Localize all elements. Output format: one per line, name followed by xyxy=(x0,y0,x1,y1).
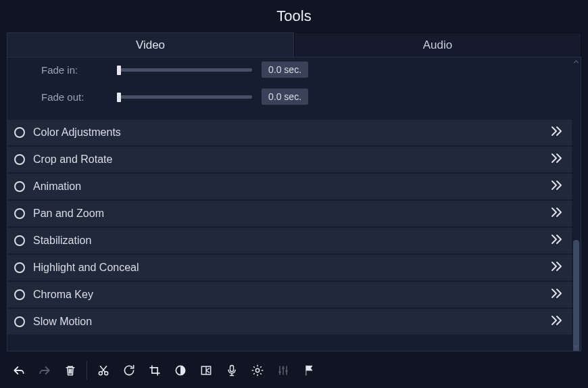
tool-row-crop-and-rotate[interactable]: Crop and Rotate xyxy=(7,147,572,172)
tab-audio-label: Audio xyxy=(423,39,452,52)
scroll-up-button[interactable] xyxy=(572,57,581,66)
undo-button[interactable] xyxy=(7,358,31,383)
scrollbar[interactable] xyxy=(572,57,581,351)
clip-properties-button[interactable] xyxy=(194,358,218,383)
tool-row-pan-and-zoom[interactable]: Pan and Zoom xyxy=(7,201,572,226)
cut-button[interactable] xyxy=(91,358,116,383)
svg-rect-4 xyxy=(230,366,234,372)
tab-video[interactable]: Video xyxy=(7,32,294,57)
svg-point-8 xyxy=(285,370,287,372)
chevron-right-icon xyxy=(550,288,564,301)
tool-row-label: Color Adjustments xyxy=(33,126,550,139)
add-marker-button[interactable] xyxy=(297,358,321,383)
equalizer-button xyxy=(271,358,295,383)
fade-in-value[interactable]: 0.0 sec. xyxy=(262,62,308,78)
settings-button[interactable] xyxy=(245,358,270,383)
slider-thumb[interactable] xyxy=(117,93,121,102)
field-label-fade-out: Fade out: xyxy=(41,91,107,103)
fade-in-slider[interactable] xyxy=(117,64,252,76)
bottom-toolbar xyxy=(7,356,581,385)
svg-point-5 xyxy=(255,368,259,372)
rotate-button[interactable] xyxy=(117,358,141,383)
radio-icon xyxy=(14,154,25,165)
field-label-fade-in: Fade in: xyxy=(41,64,107,76)
tool-row-label: Stabilization xyxy=(33,235,550,247)
radio-icon xyxy=(14,127,25,138)
tool-row-label: Pan and Zoom xyxy=(33,208,550,220)
trash-button[interactable] xyxy=(58,358,82,383)
tool-row-label: Chroma Key xyxy=(33,289,550,301)
svg-point-6 xyxy=(278,371,280,373)
tool-list: Color AdjustmentsCrop and RotateAnimatio… xyxy=(7,120,572,335)
svg-point-7 xyxy=(282,367,284,369)
tool-row-label: Animation xyxy=(33,180,550,193)
tool-row-highlight-and-conceal[interactable]: Highlight and Conceal xyxy=(7,255,572,281)
chevron-right-icon xyxy=(550,207,564,220)
toolbar-divider xyxy=(87,361,87,380)
tool-row-animation[interactable]: Animation xyxy=(7,174,572,199)
tool-row-color-adjustments[interactable]: Color Adjustments xyxy=(7,120,572,145)
chevron-right-icon xyxy=(550,261,564,274)
fade-out-value[interactable]: 0.0 sec. xyxy=(262,89,308,105)
chevron-right-icon xyxy=(550,153,564,166)
tool-row-label: Highlight and Conceal xyxy=(33,262,550,274)
content-area: Duration: 00:00:0.000 Fade in: 0.0 sec. xyxy=(7,57,581,351)
chevron-right-icon xyxy=(550,234,564,247)
record-audio-button[interactable] xyxy=(220,358,244,383)
scrollbar-thumb[interactable] xyxy=(573,240,579,351)
tabs-bar: Video Audio xyxy=(7,32,581,57)
fade-out-slider[interactable] xyxy=(117,91,252,103)
panel-title: Tools xyxy=(0,0,588,32)
tab-audio[interactable]: Audio xyxy=(294,32,581,57)
radio-icon xyxy=(14,235,25,246)
chevron-right-icon xyxy=(550,126,564,139)
scroll-down-button[interactable] xyxy=(572,342,581,351)
tool-row-chroma-key[interactable]: Chroma Key xyxy=(7,282,572,308)
slider-thumb[interactable] xyxy=(117,66,121,75)
chevron-right-icon xyxy=(550,315,564,329)
tool-row-label: Crop and Rotate xyxy=(33,153,550,166)
radio-icon xyxy=(14,262,25,273)
tool-row-label: Slow Motion xyxy=(33,316,550,328)
tab-video-label: Video xyxy=(136,39,165,52)
radio-icon xyxy=(14,316,25,327)
crop-button[interactable] xyxy=(143,358,167,383)
video-general-panel: Duration: 00:00:0.000 Fade in: 0.0 sec. xyxy=(7,57,572,120)
radio-icon xyxy=(14,208,25,219)
radio-icon xyxy=(14,181,25,192)
tool-row-slow-motion[interactable]: Slow Motion xyxy=(7,309,572,335)
color-adjustments-button[interactable] xyxy=(168,358,193,383)
redo-button xyxy=(32,358,57,383)
radio-icon xyxy=(14,289,25,300)
chevron-right-icon xyxy=(550,180,564,193)
tool-row-stabilization[interactable]: Stabilization xyxy=(7,228,572,253)
